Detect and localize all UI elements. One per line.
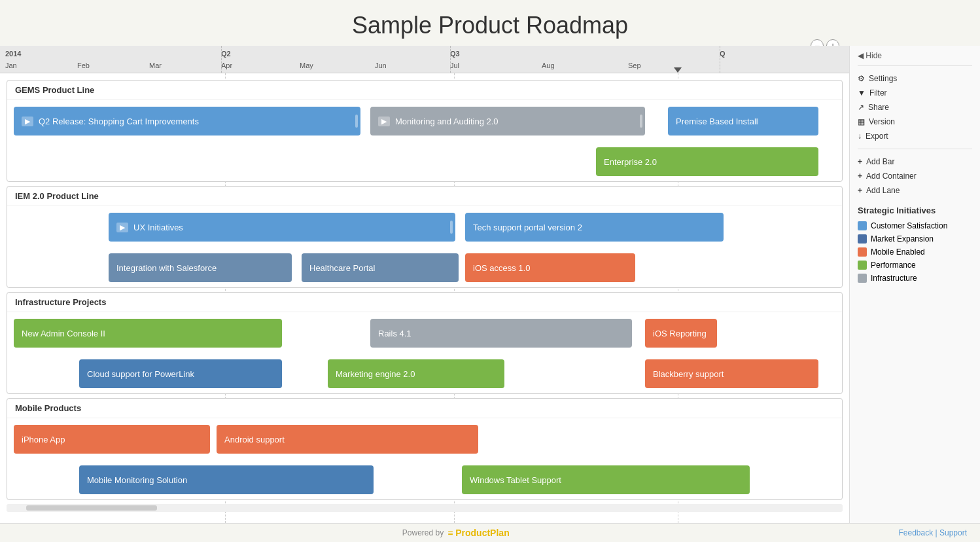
timeline-header: 2014 Jan Feb Mar Q2 Apr May Jun Q3 Jul A… <box>0 46 849 73</box>
legend-performance: Performance <box>858 259 972 272</box>
scrollbar-thumb[interactable] <box>26 505 157 511</box>
bar-ux[interactable]: ▶ UX Initiatives <box>109 213 455 242</box>
legend-mobile-enabled: Mobile Enabled <box>858 245 972 259</box>
expand-icon: ▶ <box>22 117 33 126</box>
sidebar-add-container[interactable]: + Add Container <box>858 169 972 183</box>
bar-tech-support[interactable]: Tech support portal version 2 <box>465 213 724 242</box>
sidebar-settings[interactable]: ⚙ Settings <box>858 71 972 86</box>
gems-section: GEMS Product Line ▶ Q2 Release: Shopping… <box>7 80 843 182</box>
add-container-icon: + <box>858 172 862 181</box>
legend-infrastructure: Infrastructure <box>858 272 972 285</box>
mobile-header: Mobile Products <box>7 399 842 418</box>
resize-handle[interactable] <box>355 115 358 128</box>
bar-android[interactable]: Android support <box>217 425 478 454</box>
bar-healthcare[interactable]: Healthcare Portal <box>302 253 459 282</box>
footer-center: Powered by ≡ ProductPlan <box>402 528 510 538</box>
bar-windows-tablet[interactable]: Windows Tablet Support <box>462 465 750 494</box>
infra-lane-2: Cloud support for PowerLink Marketing en… <box>7 353 842 393</box>
roadmap-body: GEMS Product Line ▶ Q2 Release: Shopping… <box>0 73 849 523</box>
bar-cloud-support[interactable]: Cloud support for PowerLink <box>79 359 282 388</box>
month-apr: Apr <box>221 62 232 69</box>
sidebar-add-lane[interactable]: + Add Lane <box>858 183 972 198</box>
bar-ios-reporting[interactable]: iOS Reporting <box>645 319 717 348</box>
bar-enterprise[interactable]: Enterprise 2.0 <box>596 147 818 176</box>
bar-iphone[interactable]: iPhone App <box>14 425 210 454</box>
footer-links[interactable]: Feedback | Support <box>898 528 967 537</box>
divider-1 <box>858 65 972 66</box>
month-aug: Aug <box>542 62 555 69</box>
expand-icon: ▶ <box>116 223 128 232</box>
q2-line <box>221 46 222 73</box>
legend-market-exp: Market Expansion <box>858 232 972 245</box>
divider-2 <box>858 149 972 149</box>
scrollbar-area <box>7 504 843 512</box>
iem-header: IEM 2.0 Product Line <box>7 187 842 206</box>
q3-label: Q3 <box>450 50 460 58</box>
gems-lane-1: ▶ Q2 Release: Shopping Cart Improvements… <box>7 100 842 141</box>
month-sep: Sep <box>628 62 641 69</box>
bar-blackberry[interactable]: Blackberry support <box>645 359 818 388</box>
bar-monitoring[interactable]: ▶ Monitoring and Auditing 2.0 <box>370 107 645 136</box>
brand-logo[interactable]: ≡ ProductPlan <box>447 528 510 538</box>
q4-label: Q <box>720 50 726 58</box>
infra-header: Infrastructure Projects <box>7 293 842 312</box>
bar-marketing[interactable]: Marketing engine 2.0 <box>328 359 504 388</box>
legend-color-market <box>858 234 867 244</box>
footer: Powered by ≡ ProductPlan Feedback | Supp… <box>0 523 980 542</box>
iem-lane-1: ▶ UX Initiatives Tech support portal ver… <box>7 206 842 247</box>
q2-label: Q2 <box>221 50 231 58</box>
main-content: 2014 Jan Feb Mar Q2 Apr May Jun Q3 Jul A… <box>0 46 980 523</box>
month-feb: Feb <box>77 62 90 69</box>
sidebar-export[interactable]: ↓ Export <box>858 129 972 143</box>
add-bar-icon: + <box>858 157 862 166</box>
gems-lane-2: Enterprise 2.0 <box>7 141 842 181</box>
version-icon: ▦ <box>858 117 865 126</box>
bar-q2-shopping[interactable]: ▶ Q2 Release: Shopping Cart Improvements <box>14 107 360 136</box>
expand-icon: ▶ <box>378 117 390 126</box>
roadmap-wrapper: 2014 Jan Feb Mar Q2 Apr May Jun Q3 Jul A… <box>0 46 849 523</box>
legend-color-performance <box>858 261 867 270</box>
q4-line <box>720 46 720 73</box>
sidebar-share[interactable]: ↗ Share <box>858 100 972 115</box>
page-wrapper: Sample Product Roadmap − + 2014 Jan Feb … <box>0 0 980 542</box>
bar-salesforce[interactable]: Integration with Salesforce <box>109 253 292 282</box>
infra-section: Infrastructure Projects New Admin Consol… <box>7 292 843 394</box>
add-lane-icon: + <box>858 186 862 195</box>
month-mar: Mar <box>149 62 162 69</box>
q3-line <box>450 46 451 73</box>
sidebar-filter[interactable]: ▼ Filter <box>858 86 972 100</box>
filter-icon: ▼ <box>858 88 866 98</box>
mobile-lane-1: iPhone App Android support <box>7 418 842 459</box>
bar-mobile-monitoring[interactable]: Mobile Monitoring Solution <box>79 465 374 494</box>
month-may: May <box>300 62 313 69</box>
right-sidebar: ◀ Hide ⚙ Settings ▼ Filter ↗ Share ▦ Ver… <box>849 46 980 523</box>
gems-header: GEMS Product Line <box>7 81 842 100</box>
gear-icon: ⚙ <box>858 74 865 83</box>
hide-button[interactable]: ◀ Hide <box>858 51 972 60</box>
sidebar-add-bar[interactable]: + Add Bar <box>858 154 972 169</box>
bar-admin-console[interactable]: New Admin Console II <box>14 319 282 348</box>
legend-customer-sat: Customer Satisfaction <box>858 219 972 232</box>
bar-rails[interactable]: Rails 4.1 <box>370 319 632 348</box>
bar-premise[interactable]: Premise Based Install <box>668 107 818 136</box>
share-icon: ↗ <box>858 103 864 112</box>
infra-lane-1: New Admin Console II Rails 4.1 iOS Repor… <box>7 312 842 353</box>
strategic-title: Strategic Initiatives <box>858 206 972 215</box>
bar-ios-access[interactable]: iOS access 1.0 <box>465 253 635 282</box>
resize-handle[interactable] <box>450 221 453 234</box>
legend-color-customer <box>858 221 867 230</box>
mobile-lane-2: Mobile Monitoring Solution Windows Table… <box>7 459 842 499</box>
year-label: 2014 <box>5 50 21 58</box>
iem-section: IEM 2.0 Product Line ▶ UX Initiatives Te… <box>7 186 843 288</box>
month-jan: Jan <box>5 62 17 69</box>
legend-color-infra <box>858 274 867 283</box>
legend-color-mobile <box>858 247 867 257</box>
mobile-section: Mobile Products iPhone App Android suppo… <box>7 398 843 500</box>
month-jul: Jul <box>450 62 459 69</box>
iem-lane-2: Integration with Salesforce Healthcare P… <box>7 247 842 287</box>
resize-handle[interactable] <box>640 115 642 128</box>
timeline-marker <box>674 67 682 73</box>
export-icon: ↓ <box>858 132 862 141</box>
month-jun: Jun <box>375 62 387 69</box>
sidebar-version[interactable]: ▦ Version <box>858 115 972 129</box>
